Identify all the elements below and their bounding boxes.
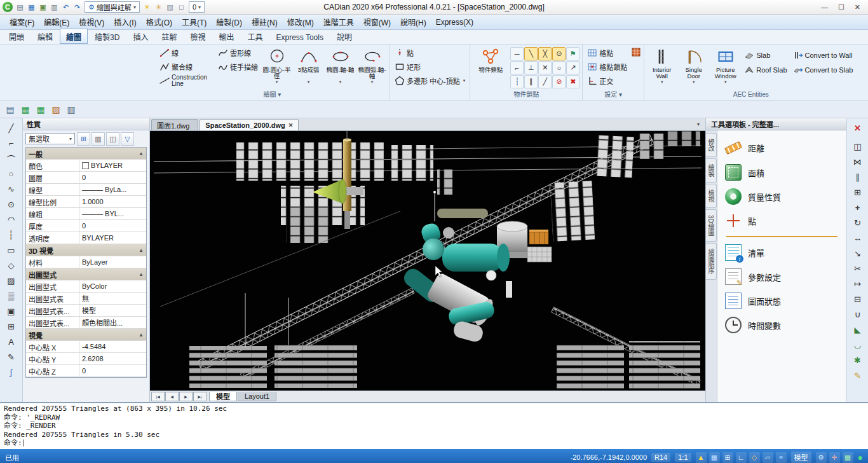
section-collapse-icon[interactable]: ▲	[139, 247, 144, 253]
plot-icon[interactable]: ▥	[49, 2, 60, 13]
menu-item[interactable]: 進階工具	[319, 15, 358, 29]
undo-icon[interactable]: ↶	[60, 2, 71, 13]
new-drawing-icon[interactable]: ▤	[15, 2, 25, 13]
point-button[interactable]: 點	[393, 46, 467, 59]
ribbon-tab[interactable]: 註解	[155, 29, 183, 44]
snap-suppress-icon[interactable]: ⊘	[552, 75, 566, 88]
last-layout-button[interactable]: ▶|	[193, 392, 207, 401]
ribbon-tab[interactable]: 檢視	[184, 29, 212, 44]
snap-none-icon[interactable]: ✖	[566, 75, 580, 88]
command-prompt[interactable]: 命令:	[4, 439, 22, 448]
properties-title[interactable]: 性質	[23, 118, 149, 130]
property-row[interactable]: 線型 ——— ByLa...	[26, 184, 146, 196]
hatch-tool[interactable]: ▨	[4, 273, 19, 287]
page-setup-icon[interactable]: ▥	[65, 103, 78, 116]
property-row[interactable]: 材料 ByLayer	[26, 256, 146, 268]
tab-list-dropdown-icon[interactable]: ▾	[691, 121, 705, 127]
roof-slab-button[interactable]: Roof Slab	[742, 63, 789, 76]
ribbon-tab[interactable]: 工具	[241, 29, 269, 44]
ellipse-tool[interactable]: ⊙	[4, 197, 19, 211]
ellipse-arc-tool[interactable]: ◠	[4, 212, 19, 226]
open-drawing-icon[interactable]: ▦	[26, 2, 37, 13]
snap-node-icon[interactable]: ┆	[510, 75, 524, 88]
select-objects-icon[interactable]: ▥	[92, 132, 105, 146]
erase-tool[interactable]: ✕	[850, 121, 865, 135]
palette-item[interactable]: 點	[719, 209, 845, 233]
palette-item[interactable]: 距離	[719, 135, 845, 160]
workspace-combo[interactable]: ⚙ 繪圖與註解 ▾	[85, 1, 140, 13]
section-collapse-icon[interactable]: ▲	[139, 151, 144, 156]
layout-tab[interactable]: Layout1	[238, 392, 276, 401]
3d-model-viewport[interactable]	[150, 131, 705, 390]
arc-button[interactable]: 3點成弧 ▾	[294, 46, 323, 90]
palette-item[interactable]: 參數設定	[719, 265, 845, 289]
property-row[interactable]: 出圖型式表... 模型	[26, 305, 146, 317]
drawing-tab[interactable]: 圖面1.dwg	[151, 119, 198, 130]
menu-item[interactable]: 檔案(F)	[5, 15, 39, 29]
tool-palette-title[interactable]: 工具選項板 - 完整選...	[706, 118, 846, 130]
property-row[interactable]: 一般 ▲	[26, 148, 146, 160]
model-canvas[interactable]	[150, 131, 705, 390]
coordinates-readout[interactable]: -20.7666,-7.1942,0.0000	[571, 453, 648, 461]
palette-item[interactable]: 面積	[719, 160, 845, 184]
line-button[interactable]: 線	[158, 46, 214, 59]
polygon-tool[interactable]: ◇	[4, 258, 19, 272]
property-row[interactable]: 線粗 ——— BYL...	[26, 208, 146, 220]
text-tool[interactable]: A	[4, 335, 19, 349]
snap-marker-icon[interactable]: ⚑	[566, 47, 580, 60]
ortho-button[interactable]: 正交	[585, 74, 629, 87]
property-row[interactable]: 圖層 0	[26, 172, 146, 184]
convert-to-slab-button[interactable]: Convert to Slab	[791, 63, 855, 76]
property-row[interactable]: 中心點 Z 0	[26, 365, 146, 377]
snap-perpendicular-icon[interactable]: ⊥	[524, 61, 538, 74]
panel-label-draw[interactable]: 繪圖 ▾	[158, 90, 387, 100]
array-tool[interactable]: ⊞	[850, 185, 865, 199]
quick-view-icon[interactable]: ▦	[843, 452, 853, 463]
menu-item[interactable]: 修改(M)	[283, 15, 318, 29]
color-swatch-icon[interactable]: □	[176, 2, 187, 13]
sheet-set-icon[interactable]: ▦	[19, 103, 32, 116]
tool-palette-tab[interactable]: 3D繪圖	[706, 209, 717, 242]
property-row[interactable]: 透明度 BYLAYER	[26, 232, 146, 244]
ortho-toggle[interactable]: ∟	[736, 452, 747, 463]
property-row[interactable]: 中心點 Y 2.6208	[26, 353, 146, 365]
picture-window-button[interactable]: Picture Window ▾	[710, 46, 740, 90]
stretch-tool[interactable]: ↘	[850, 246, 865, 260]
fillet-tool[interactable]: ◡	[850, 338, 865, 352]
palette-item[interactable]	[726, 236, 837, 237]
property-row[interactable]: 線型比例 1.0000	[26, 196, 146, 208]
status-indicator-icon[interactable]: ●	[858, 453, 863, 462]
palette-item[interactable]: 時間變數	[719, 313, 845, 337]
section-collapse-icon[interactable]: ▲	[139, 272, 144, 277]
lineweight-toggle[interactable]: ≡	[776, 452, 787, 463]
section-collapse-icon[interactable]: ▲	[139, 332, 144, 338]
ribbon-tab[interactable]: 插入	[126, 29, 154, 44]
copy-tool[interactable]: ◫	[850, 139, 865, 153]
app-logo[interactable]: C	[3, 2, 13, 12]
rectangle-button[interactable]: 矩形	[393, 60, 467, 73]
snap-quadrant-icon[interactable]: ○	[552, 61, 566, 74]
brightness-icon[interactable]: ☀	[142, 2, 153, 13]
menu-item[interactable]: 工具(T)	[177, 15, 211, 29]
table-export-icon[interactable]: ▦	[34, 103, 47, 116]
menu-item[interactable]: 檢視(V)	[74, 15, 109, 29]
snap-tangent-icon[interactable]: ↗	[566, 61, 580, 74]
layer-combo[interactable]: 0 ▾	[189, 1, 205, 13]
single-door-button[interactable]: Single Door ▾	[679, 46, 709, 90]
tab-close-icon[interactable]: ✕	[288, 122, 294, 128]
command-window[interactable]: Rendered 207555 Triangles at (863 x 395)…	[0, 402, 868, 449]
explode-tool[interactable]: ✱	[850, 353, 865, 367]
snap-parallel-icon[interactable]: ∥	[524, 75, 538, 88]
grid-snap-button[interactable]: 格點鎖點	[585, 60, 629, 73]
tool-palette-tab[interactable]: 修改	[706, 133, 717, 157]
circle-tool[interactable]: ○	[4, 167, 19, 181]
region-tool[interactable]: ▣	[4, 304, 19, 318]
ellipse-arc-button[interactable]: 橢圓弧:軸-軸 ▾	[357, 46, 387, 90]
ellipse-button[interactable]: 橢圓:軸-軸 ▾	[325, 46, 355, 90]
snap-toggle[interactable]: ⊞	[722, 452, 733, 463]
mirror-tool[interactable]: ⋈	[850, 155, 865, 169]
slab-button[interactable]: Slab	[742, 48, 789, 62]
snap-endpoint-icon[interactable]: ─	[510, 47, 524, 60]
isolate-objects-icon[interactable]	[631, 47, 641, 57]
menu-item[interactable]: Express(X)	[431, 17, 478, 28]
